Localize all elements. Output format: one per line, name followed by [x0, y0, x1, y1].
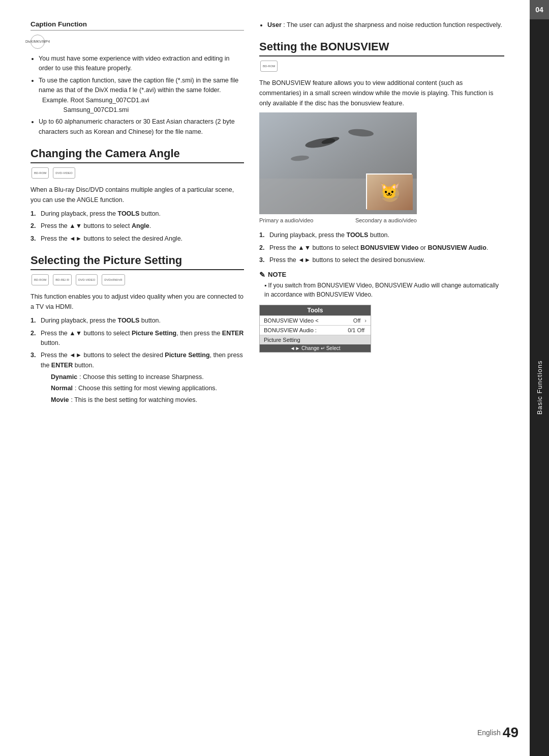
svg-line-18 [381, 197, 387, 198]
tools-table: Tools BONUSVIEW Video < Off › BONUSVIEW … [259, 305, 371, 353]
bdrer-icon-picture: BD-RE/-R [53, 274, 72, 285]
picture-steps: 1. During playback, press the TOOLS butt… [30, 316, 244, 406]
picture-body: This function enables you to adjust vide… [30, 292, 244, 312]
caption-bullet-3: Up to 60 alphanumeric characters or 30 E… [39, 117, 244, 137]
bdrom-icon-picture: BD-ROM [32, 274, 49, 285]
picture-dynamic: Dynamic : Choose this setting to increas… [51, 372, 244, 382]
svg-marker-10 [381, 184, 386, 188]
bonusview-pip-video [366, 173, 412, 209]
camera-section: Changing the Camera Angle BD-ROM DVD-VID… [30, 147, 244, 244]
picture-normal: Normal : Choose this setting for most vi… [51, 384, 244, 393]
right-column: User : The user can adjust the sharpness… [259, 20, 504, 725]
divx-mkv-icon: DivX/MKV/MP4 [30, 35, 45, 49]
dvdvideo-icon-picture: DVD-VIDEO [76, 274, 98, 285]
tools-table-header: Tools [260, 305, 371, 315]
svg-point-13 [391, 191, 395, 195]
bonusview-body: The BONUSVIEW feature allows you to view… [259, 78, 504, 108]
camera-body: When a Blu-ray Disc/DVD contains multipl… [30, 185, 244, 205]
picture-section: Selecting the Picture Setting BD-ROM BD-… [30, 254, 244, 406]
pencil-icon: ✎ [259, 271, 265, 279]
main-content: Caption Function DivX/MKV/MP4 You must h… [0, 0, 530, 756]
bonusview-title: Setting the BONUSVIEW [259, 40, 504, 56]
svg-point-14 [386, 192, 387, 193]
camera-step-1: 1. During playback, press the TOOLS butt… [30, 209, 244, 219]
caption-section: Caption Function DivX/MKV/MP4 You must h… [30, 20, 244, 137]
note-section: ✎ NOTE ▪ If you switch from BONUSVIEW Vi… [259, 271, 504, 300]
page-word: English [477, 729, 501, 737]
bonusview-step-1: 1. During playback, press the TOOLS butt… [259, 230, 504, 240]
bonusview-steps: 1. During playback, press the TOOLS butt… [259, 230, 504, 265]
svg-point-15 [393, 192, 394, 193]
caption-title: Caption Function [30, 20, 244, 31]
page-container: 04 Basic Functions Caption Function DivX… [0, 0, 549, 756]
left-column: Caption Function DivX/MKV/MP4 You must h… [30, 20, 244, 725]
chapter-number: 04 [530, 0, 549, 19]
caption-bullet-1: You must have some experience with video… [39, 54, 244, 74]
svg-point-7 [381, 186, 399, 202]
picture-icon-row: BD-ROM BD-RE/-R DVD-VIDEO DVD±RW/±R [30, 273, 244, 286]
bdrom-icon-bonusview: BD-ROM [260, 61, 278, 72]
dvdrw-icon-picture: DVD±RW/±R [102, 274, 125, 285]
note-title: ✎ NOTE [259, 271, 504, 279]
picture-sub-bullets: Dynamic : Choose this setting to increas… [41, 372, 244, 405]
user-bullet: User : The user can adjust the sharpness… [267, 20, 504, 30]
page-number: 49 [503, 724, 518, 741]
tools-row-1: BONUSVIEW Video < Off › [260, 315, 371, 325]
svg-marker-16 [388, 196, 391, 197]
caption-secondary: Secondary a audio/video [355, 217, 417, 223]
tools-row-2: BONUSVIEW Audio : 0/1 Off [260, 325, 371, 335]
dvdvideo-icon-camera: DVD-VIDEO [53, 167, 75, 179]
bonusview-image [259, 112, 417, 214]
chapter-label: Basic Functions [530, 19, 549, 756]
camera-step-2: 2. Press the ▲▼ buttons to select Angle. [30, 221, 244, 231]
svg-point-12 [384, 191, 388, 195]
caption-bullet-2: To use the caption function, save the ca… [39, 76, 244, 115]
camera-icon-row: BD-ROM DVD-VIDEO [30, 166, 244, 180]
tools-table-footer: ◄► Change ↵ Select [260, 344, 371, 352]
camera-steps: 1. During playback, press the TOOLS butt… [30, 209, 244, 244]
picture-step-1: 1. During playback, press the TOOLS butt… [30, 316, 244, 326]
page-number-area: English 49 [477, 724, 518, 741]
note-text: ▪ If you switch from BONUSVIEW Video, BO… [259, 281, 504, 300]
picture-step-2: 2. Press the ▲▼ buttons to select Pictur… [30, 329, 244, 348]
sidebar-tab: 04 Basic Functions [530, 0, 549, 756]
bdrom-icon-camera: BD-ROM [32, 167, 49, 179]
caption-icon-row: DivX/MKV/MP4 [30, 35, 244, 49]
camera-step-3: 3. Press the ◄► buttons to select the de… [30, 234, 244, 244]
svg-rect-6 [367, 175, 413, 210]
caption-primary: Primary a audio/video [259, 217, 313, 223]
bonusview-section: Setting the BONUSVIEW BD-ROM The BONUSVI… [259, 40, 504, 352]
caption-bullets: You must have some experience with video… [30, 54, 244, 137]
user-bullet-list: User : The user can adjust the sharpness… [259, 20, 504, 30]
picture-title: Selecting the Picture Setting [30, 254, 244, 270]
tools-row-3: Picture Setting [260, 335, 371, 344]
picture-step-3: 3. Press the ◄► buttons to select the de… [30, 351, 244, 406]
bonusview-icon-row: BD-ROM [259, 60, 504, 73]
svg-line-17 [381, 196, 387, 197]
svg-marker-8 [380, 182, 386, 189]
bonusview-captions: Primary a audio/video Secondary a audio/… [259, 217, 417, 223]
bonusview-step-2: 2. Press the ▲▼ buttons to select BONUSV… [259, 243, 504, 253]
camera-title: Changing the Camera Angle [30, 147, 244, 163]
bonusview-step-3: 3. Press the ◄► buttons to select the de… [259, 255, 504, 265]
picture-movie: Movie : This is the best setting for wat… [51, 395, 244, 405]
